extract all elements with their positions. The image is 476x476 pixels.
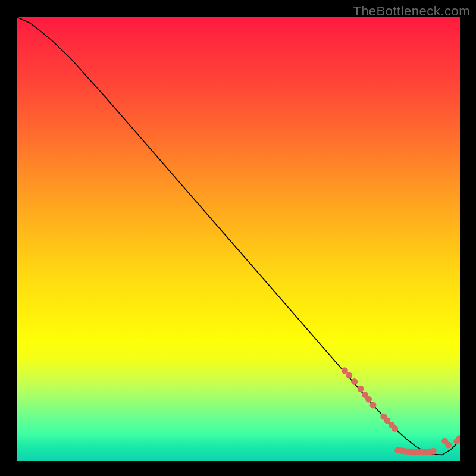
data-point <box>342 367 348 374</box>
chart-overlay <box>17 17 460 461</box>
data-point <box>430 448 437 455</box>
data-points <box>342 367 460 455</box>
data-point <box>392 425 398 432</box>
bottleneck-curve <box>17 17 460 455</box>
data-point <box>358 386 364 392</box>
data-point <box>346 372 352 378</box>
data-point <box>351 378 358 385</box>
data-point <box>369 402 376 408</box>
watermark-text: TheBottleneck.com <box>353 4 470 19</box>
data-point <box>445 441 452 448</box>
data-point <box>365 396 372 403</box>
